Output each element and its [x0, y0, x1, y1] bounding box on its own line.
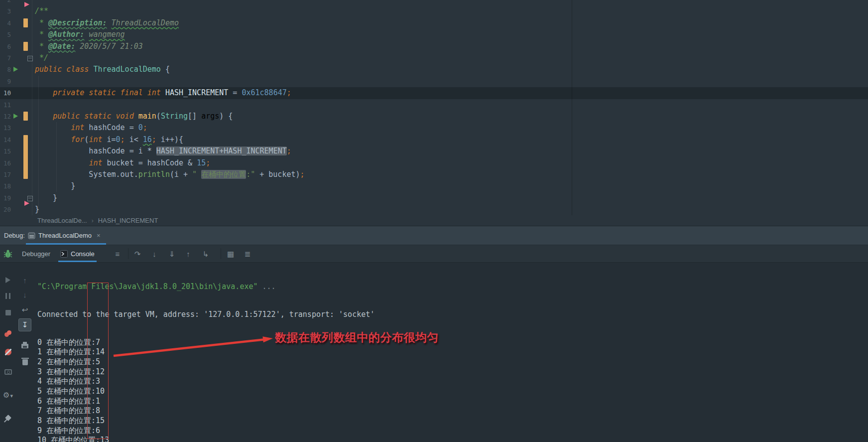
- breadcrumb-item-class[interactable]: ThreadLocalDe...: [37, 217, 87, 224]
- code-text: * @Description: ThreadLocalDemo: [35, 17, 179, 29]
- clear-all-icon-glyph: [22, 359, 28, 365]
- debug-session-tab[interactable]: ThreadLocalDemo ×: [26, 226, 106, 245]
- resume-icon: [1, 274, 14, 287]
- console-panel[interactable]: ⚙▾ ↑↓↩↧ "C:\Program Files\Java\jdk1.8.0_…: [0, 263, 868, 442]
- code-line[interactable]: 16 int bucket = hashCode & 15;: [0, 157, 868, 169]
- code-line[interactable]: 15 hashCode = i * HASH_INCREMENT+HASH_IN…: [0, 146, 868, 157]
- code-text: /**: [35, 5, 48, 17]
- line-number[interactable]: 7: [0, 52, 11, 64]
- line-number[interactable]: 12: [0, 111, 11, 122]
- code-text: }: [35, 180, 75, 192]
- debug-views-tabbar: Debugger Console ≡↷↓⇓↑↳▦≣: [0, 245, 868, 263]
- line-number[interactable]: 6: [0, 41, 11, 52]
- debug-label: Debug:: [4, 226, 25, 245]
- code-line[interactable]: 7 */: [0, 52, 868, 64]
- up-stack-trace-icon: ↑: [18, 274, 31, 287]
- soft-wrap-icon-glyph: ↩: [22, 305, 28, 314]
- view-breakpoints-icon-glyph: [4, 330, 12, 337]
- step-into-icon[interactable]: ↓: [148, 245, 160, 263]
- code-text: public class ThreadLocalDemo {: [35, 64, 170, 75]
- line-number[interactable]: 3: [0, 5, 11, 17]
- code-line[interactable]: 14 for(int i=0; i< 16; i++){: [0, 134, 868, 146]
- line-number[interactable]: 14: [0, 134, 11, 146]
- line-number[interactable]: 18: [0, 180, 11, 192]
- code-text: * @Date: 2020/5/7 21:03: [35, 41, 143, 52]
- breadcrumb: ThreadLocalDe... › HASH_INCREMENT: [0, 215, 868, 226]
- tab-debugger[interactable]: Debugger: [22, 245, 50, 262]
- code-text: for(int i=0; i< 16; i++){: [35, 134, 183, 146]
- clear-all-icon[interactable]: [18, 355, 31, 368]
- scroll-to-end-icon-glyph: ↧: [18, 318, 31, 331]
- resume-icon-glyph: [5, 277, 10, 283]
- code-line[interactable]: 20}: [0, 204, 868, 215]
- ide-window: 23/**4 * @Description: ThreadLocalDemo5 …: [0, 0, 868, 442]
- active-tab-underline: [58, 261, 97, 262]
- scroll-to-end-icon[interactable]: ↧: [18, 318, 31, 331]
- line-number[interactable]: 20: [0, 204, 11, 215]
- chevron-right-icon: ›: [92, 217, 94, 224]
- pin-tab-icon[interactable]: [1, 411, 14, 424]
- settings-gear-icon[interactable]: ⚙▾: [1, 389, 14, 402]
- code-editor[interactable]: 23/**4 * @Description: ThreadLocalDemo5 …: [0, 0, 868, 215]
- line-number[interactable]: 13: [0, 122, 11, 134]
- code-text: private static final int HASH_INCREMENT …: [35, 87, 291, 99]
- line-number[interactable]: 8: [0, 64, 11, 75]
- code-line[interactable]: 11: [0, 99, 868, 111]
- step-over-icon[interactable]: ↷: [131, 245, 143, 263]
- debug-bug-icon: [3, 249, 12, 260]
- code-line[interactable]: 4 * @Description: ThreadLocalDemo: [0, 17, 868, 29]
- line-number[interactable]: 9: [0, 76, 11, 87]
- code-line[interactable]: 13 int hashCode = 0;: [0, 122, 868, 134]
- code-line[interactable]: 19 }: [0, 192, 868, 204]
- layout-settings-icon[interactable]: ≣: [242, 245, 253, 263]
- view-breakpoints-icon[interactable]: [1, 327, 14, 340]
- line-number[interactable]: 2: [0, 0, 11, 5]
- print-icon-glyph: [21, 344, 28, 348]
- up-stack-trace-icon-glyph: ↑: [23, 276, 27, 285]
- stop-icon-glyph: [5, 310, 11, 315]
- mute-breakpoints-icon[interactable]: [1, 345, 14, 358]
- pause-icon-glyph: [5, 293, 10, 299]
- breadcrumb-item-member[interactable]: HASH_INCREMENT: [98, 217, 158, 224]
- step-out-icon[interactable]: ↑: [182, 245, 194, 263]
- force-step-into-icon[interactable]: ⇓: [166, 245, 178, 263]
- code-line[interactable]: 17 System.out.println(i + " 在桶中的位置:" + b…: [0, 169, 868, 180]
- soft-wrap-icon[interactable]: ↩: [18, 303, 31, 316]
- close-tab-icon[interactable]: ×: [97, 232, 101, 239]
- tab-console[interactable]: Console: [58, 245, 97, 262]
- show-options-menu-icon[interactable]: ≡: [112, 245, 124, 263]
- code-line[interactable]: 18 }: [0, 180, 868, 192]
- line-number[interactable]: 17: [0, 169, 11, 180]
- run-to-cursor-icon[interactable]: ↳: [200, 245, 212, 263]
- line-number[interactable]: 15: [0, 146, 11, 157]
- code-text: * @Author: wangmeng: [35, 29, 125, 40]
- down-stack-trace-icon: ↓: [18, 288, 31, 301]
- debug-tab-title: ThreadLocalDemo: [38, 232, 92, 239]
- print-icon[interactable]: [18, 338, 31, 351]
- tab-console-label: Console: [71, 250, 95, 258]
- down-stack-trace-icon-glyph: ↓: [23, 291, 27, 299]
- line-number[interactable]: 19: [0, 192, 11, 204]
- code-text: }: [35, 192, 57, 204]
- code-line[interactable]: 3/**: [0, 5, 868, 17]
- evaluate-expression-icon[interactable]: ▦: [225, 245, 237, 263]
- code-line[interactable]: 2: [0, 0, 868, 5]
- thread-dump-camera-icon-glyph: [4, 369, 12, 375]
- code-line[interactable]: 5 * @Author: wangmeng: [0, 29, 868, 40]
- code-line[interactable]: 9: [0, 76, 868, 87]
- run-config-frame-icon: [28, 232, 35, 239]
- code-text: int bucket = hashCode & 15;: [35, 157, 210, 169]
- line-number[interactable]: 16: [0, 157, 11, 169]
- toolbar-separator: [221, 248, 221, 259]
- line-number[interactable]: 4: [0, 17, 11, 29]
- code-line[interactable]: 12 public static void main(String[] args…: [0, 111, 868, 122]
- line-number[interactable]: 10: [0, 87, 11, 99]
- toolbar-separator: [128, 248, 128, 259]
- code-line[interactable]: 10 private static final int HASH_INCREME…: [0, 87, 868, 99]
- code-line[interactable]: 6 * @Date: 2020/5/7 21:03: [0, 41, 868, 52]
- line-number[interactable]: 11: [0, 99, 11, 111]
- code-text: hashCode = i * HASH_INCREMENT+HASH_INCRE…: [35, 146, 291, 157]
- settings-gear-icon-glyph: ⚙▾: [3, 391, 13, 400]
- code-line[interactable]: 8public class ThreadLocalDemo {: [0, 64, 868, 75]
- line-number[interactable]: 5: [0, 29, 11, 40]
